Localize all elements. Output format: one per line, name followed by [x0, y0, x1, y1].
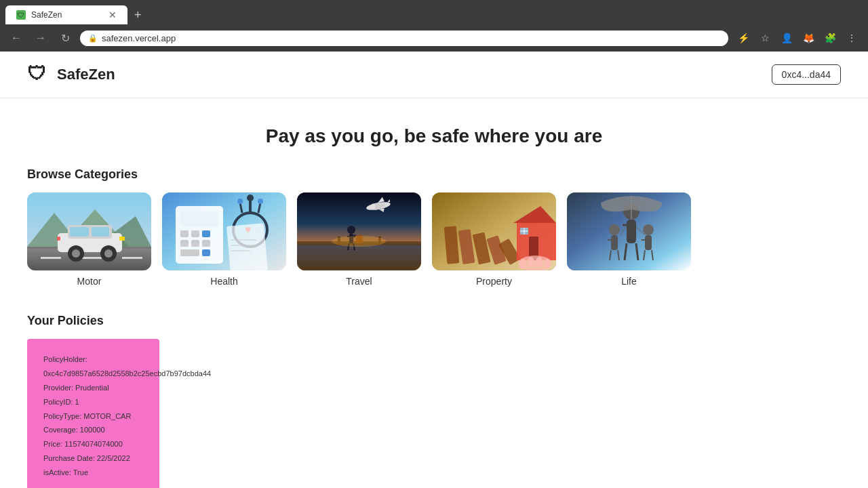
policies-section: Your Policies PolicyHolder: 0xc4c7d9857a…	[0, 314, 868, 488]
categories-section-title: Browse Categories	[27, 167, 841, 182]
lock-icon: 🔒	[88, 34, 98, 43]
category-image-motor	[27, 192, 151, 270]
new-tab-button[interactable]: +	[130, 8, 146, 22]
category-card-health[interactable]: ♥ Health	[162, 192, 286, 287]
tab-title: SafeZen	[31, 10, 62, 20]
svg-rect-25	[180, 240, 189, 247]
svg-rect-76	[536, 257, 542, 267]
svg-point-36	[258, 199, 263, 204]
policy-type: PolicyType: MOTOR_CAR	[43, 409, 143, 424]
svg-point-16	[104, 249, 113, 258]
svg-rect-22	[180, 230, 189, 237]
refresh-button[interactable]: ↻	[56, 28, 75, 47]
svg-rect-75	[528, 257, 534, 267]
tab-favicon: 🛡	[16, 10, 26, 20]
hero-title: Pay as you go, be safe where you are	[14, 125, 854, 147]
browser-toolbar: ← → ↻ 🔒 safezen.vercel.app ⚡ ☆ 👤 🦊 🧩 ⋮	[0, 24, 868, 52]
category-image-travel	[297, 192, 421, 270]
tab-bar: 🛡 SafeZen ✕ +	[0, 0, 868, 24]
svg-rect-77	[545, 259, 550, 268]
policy-holder: PolicyHolder: 0xc4c7d9857a6528d2558b2c25…	[43, 352, 143, 381]
categories-grid: Motor	[27, 192, 841, 287]
category-card-property[interactable]: Property	[432, 192, 556, 287]
category-image-property	[432, 192, 556, 270]
logo-text: SafeZen	[57, 66, 115, 83]
browser-toolbar-icons: ⚡ ☆ 👤 🦊 🧩 ⋮	[734, 28, 861, 47]
tab-close-button[interactable]: ✕	[108, 9, 117, 20]
svg-rect-24	[202, 230, 210, 237]
url-text: safezen.vercel.app	[102, 33, 176, 43]
svg-rect-38	[226, 223, 268, 270]
category-label-motor: Motor	[77, 276, 102, 287]
menu-icon[interactable]: ⋮	[842, 28, 861, 47]
svg-point-32	[247, 195, 254, 201]
category-label-health: Health	[210, 276, 237, 287]
back-button[interactable]: ←	[7, 28, 26, 47]
policy-price: Price: 11574074074000	[43, 437, 143, 451]
category-label-travel: Travel	[346, 276, 372, 287]
policy-is-active: isActive: True	[43, 466, 143, 480]
category-image-health: ♥	[162, 192, 286, 270]
svg-rect-18	[57, 237, 60, 241]
svg-rect-43	[297, 243, 421, 270]
hero-section: Pay as you go, be safe where you are	[0, 98, 868, 167]
browser-tab[interactable]: 🛡 SafeZen ✕	[5, 5, 127, 24]
page-content: 🛡 SafeZen 0xc4...da44 Pay as you go, be …	[0, 52, 868, 488]
categories-section: Browse Categories	[0, 167, 868, 314]
svg-rect-11	[70, 227, 89, 237]
svg-rect-12	[92, 227, 109, 237]
browser-window: 🛡 SafeZen ✕ + ← → ↻ 🔒 safezen.vercel.app…	[0, 0, 868, 52]
svg-rect-80	[627, 220, 636, 243]
svg-rect-74	[520, 259, 526, 269]
svg-rect-26	[191, 240, 199, 247]
svg-rect-29	[202, 249, 210, 256]
address-bar[interactable]: 🔒 safezen.vercel.app	[80, 30, 728, 46]
svg-rect-17	[119, 237, 125, 241]
svg-rect-21	[180, 211, 218, 226]
category-label-property: Property	[476, 276, 512, 287]
site-logo: 🛡 SafeZen	[27, 62, 115, 87]
svg-rect-23	[191, 230, 199, 237]
forward-button[interactable]: →	[31, 28, 50, 47]
category-card-motor[interactable]: Motor	[27, 192, 151, 287]
policies-section-title: Your Policies	[27, 314, 841, 328]
svg-point-60	[332, 236, 386, 247]
category-card-life[interactable]: Life	[567, 192, 691, 287]
policy-card[interactable]: PolicyHolder: 0xc4c7d9857a6528d2558b2c25…	[27, 339, 159, 488]
svg-point-48	[347, 226, 355, 234]
profile-icon[interactable]: 👤	[777, 28, 796, 47]
policy-coverage: Coverage: 100000	[43, 423, 143, 437]
category-image-life	[567, 192, 691, 270]
policy-id: PolicyID: 1	[43, 395, 143, 409]
extensions-icon[interactable]: ⚡	[734, 28, 753, 47]
logo-icon: 🛡	[27, 62, 52, 87]
svg-point-89	[643, 224, 654, 235]
policy-provider: Provider: Prudential	[43, 381, 143, 395]
category-label-life: Life	[621, 276, 637, 287]
svg-rect-27	[202, 240, 210, 247]
svg-point-14	[72, 249, 80, 258]
category-card-travel[interactable]: Travel	[297, 192, 421, 287]
svg-rect-8	[122, 257, 142, 259]
extension-icon[interactable]: 🧩	[821, 28, 840, 47]
svg-point-84	[609, 224, 620, 235]
policy-purchase-date: Purchase Date: 22/5/2022	[43, 451, 143, 466]
svg-rect-85	[611, 235, 618, 250]
metamask-icon[interactable]: 🦊	[799, 28, 818, 47]
svg-rect-28	[180, 249, 199, 256]
svg-rect-6	[41, 257, 61, 259]
wallet-button[interactable]: 0xc4...da44	[772, 64, 841, 85]
site-header: 🛡 SafeZen 0xc4...da44	[0, 52, 868, 98]
bookmark-icon[interactable]: ☆	[755, 28, 774, 47]
svg-rect-7	[81, 257, 102, 259]
svg-point-35	[237, 199, 243, 204]
svg-rect-90	[645, 235, 652, 250]
